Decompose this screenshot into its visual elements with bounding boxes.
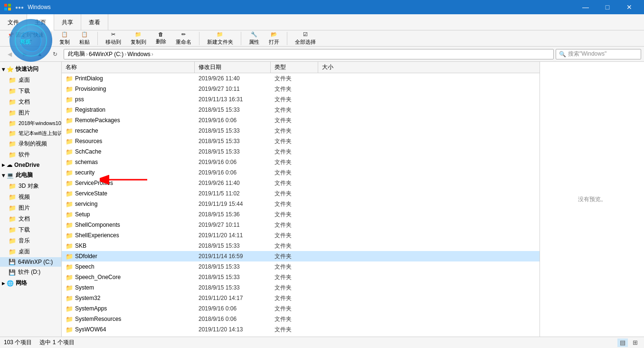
breadcrumb-this-pc[interactable]: 此电脑: [68, 50, 85, 58]
sidebar-quick-access-header[interactable]: ▾ ⭐ 快速访问: [0, 64, 61, 75]
file-name: ServiceState: [75, 190, 107, 197]
table-row[interactable]: 📁 SysWOW64 2019/11/20 14:13 文件夹: [62, 324, 540, 335]
select-all-button[interactable]: ☑全部选择: [291, 32, 320, 45]
sidebar-item-music[interactable]: 📁 音乐: [0, 235, 61, 246]
sidebar-item-pics2[interactable]: 📁 图片: [0, 203, 61, 213]
table-row[interactable]: 📁 ServiceState 2019/11/5 11:02 文件夹: [62, 188, 540, 199]
sidebar-item-downloads[interactable]: 📁 下载: [0, 86, 61, 97]
folder-icon: 📁: [9, 109, 16, 116]
file-name: SchCache: [75, 148, 101, 155]
file-name: SysWOW64: [75, 326, 106, 333]
sidebar-item-c-drive[interactable]: 💾 64WinXP (C:): [0, 257, 61, 267]
col-header-name[interactable]: 名称: [62, 62, 195, 73]
new-folder-button[interactable]: 📁新建文件夹: [203, 32, 237, 45]
file-name: Speech_OneCore: [75, 274, 121, 280]
sidebar-item-software[interactable]: 📁 软件: [0, 149, 61, 160]
open-button[interactable]: 📂打开: [265, 32, 283, 45]
folder-icon: 📁: [9, 215, 16, 222]
tab-share[interactable]: 共享: [54, 14, 81, 30]
table-row[interactable]: 📁 schemas 2019/9/16 0:06 文件夹: [62, 157, 540, 167]
table-row[interactable]: 📁 rescache 2018/9/15 15:33 文件夹: [62, 126, 540, 136]
folder-icon: 📁: [66, 337, 73, 337]
table-row[interactable]: 📁 System32 2019/11/20 14:17 文件夹: [62, 293, 540, 303]
up-button[interactable]: ▲: [33, 48, 47, 60]
col-header-size[interactable]: 大小: [318, 62, 356, 73]
table-row[interactable]: 📁 Registration 2018/9/15 15:33 文件夹: [62, 105, 540, 115]
delete-button[interactable]: 🗑删除: [152, 32, 170, 45]
minimize-button[interactable]: —: [575, 0, 597, 14]
drive-icon: 💾: [9, 259, 16, 265]
forward-button[interactable]: ▶: [18, 48, 31, 60]
table-row[interactable]: 📁 PrintDialog 2019/9/26 11:40 文件夹: [62, 73, 540, 84]
sidebar-item-recordings[interactable]: 📁 录制的视频: [0, 138, 61, 149]
table-row[interactable]: 📁 pss 2019/11/13 16:31 文件夹: [62, 94, 540, 105]
file-area: 名称 修改日期 类型 大小 📁 PrintDialog 2019/9/26 11…: [62, 62, 644, 337]
sidebar-item-documents[interactable]: 📁 文档: [0, 97, 61, 107]
rename-button[interactable]: ✏重命名: [172, 32, 195, 45]
table-row[interactable]: 📁 SystemApps 2019/9/16 0:06 文件夹: [62, 303, 540, 314]
table-row[interactable]: 📁 RemotePackages 2019/9/16 0:06 文件夹: [62, 115, 540, 126]
col-header-date[interactable]: 修改日期: [195, 62, 271, 73]
sidebar-item-pictures[interactable]: 📁 图片: [0, 107, 61, 118]
list-view-button[interactable]: ▤: [617, 338, 628, 347]
sidebar-item-wifi[interactable]: 📁 笔记本wifi连上知识: [0, 128, 61, 138]
file-name: rescache: [75, 127, 98, 134]
refresh-button[interactable]: ↻: [48, 48, 62, 60]
sidebar-item-2018win[interactable]: 📁 2018年windows10: [0, 118, 61, 128]
sidebar-item-dl2[interactable]: 📁 下载: [0, 224, 61, 235]
sidebar-network-header[interactable]: ▸ 🌐 网络: [0, 278, 61, 289]
table-row[interactable]: 📁 TAPI 2018/9/15 15:33 文件夹: [62, 335, 540, 337]
table-row[interactable]: 📁 SKB 2018/9/15 15:33 文件夹: [62, 241, 540, 251]
sidebar-onedrive-header[interactable]: ▸ ☁ OneDrive: [0, 160, 61, 170]
back-button[interactable]: ◀: [3, 48, 16, 60]
drive-icon: 💾: [9, 269, 16, 276]
table-row[interactable]: 📁 SchCache 2018/9/15 15:33 文件夹: [62, 146, 540, 157]
table-row[interactable]: 📁 Provisioning 2019/9/27 10:11 文件夹: [62, 84, 540, 94]
folder-icon: 📁: [66, 180, 73, 187]
maximize-button[interactable]: □: [597, 0, 618, 14]
folder-icon: 📁: [66, 211, 73, 218]
sidebar-item-desktop[interactable]: 📁 桌面: [0, 75, 61, 86]
tab-view[interactable]: 查看: [81, 14, 108, 30]
tab-file[interactable]: 文件: [0, 14, 27, 30]
sidebar-item-d-drive[interactable]: 💾 软件 (D:): [0, 267, 61, 278]
tab-home[interactable]: 主页: [27, 14, 54, 30]
col-header-type[interactable]: 类型: [271, 62, 318, 73]
table-row[interactable]: 📁 Setup 2018/9/15 15:36 文件夹: [62, 209, 540, 220]
folder-icon: 📁: [66, 159, 73, 166]
folder-icon: 📁: [9, 193, 16, 201]
sidebar-this-pc-header[interactable]: ▾ 💻 此电脑: [0, 170, 61, 181]
table-row[interactable]: 📁 SystemResources 2018/9/16 0:06 文件夹: [62, 314, 540, 324]
close-button[interactable]: ✕: [618, 0, 640, 14]
table-row[interactable]: 📁 security 2019/9/16 0:06 文件夹: [62, 167, 540, 178]
pin-quick-access-button[interactable]: 📌 固定到"快速访问": [4, 32, 47, 45]
breadcrumb-drive[interactable]: 64WinXP (C:): [89, 51, 123, 58]
copy-to-button[interactable]: 📁复制到: [127, 32, 150, 45]
table-row[interactable]: 📁 ServiceProfiles 2019/9/26 11:40 文件夹: [62, 178, 540, 188]
move-to-button[interactable]: ✂移动到: [102, 32, 125, 45]
folder-icon: 📁: [9, 204, 16, 212]
sidebar-item-docs2[interactable]: 📁 文档: [0, 213, 61, 224]
paste-button[interactable]: 📋粘贴: [76, 32, 94, 45]
sidebar-item-video[interactable]: 📁 视频: [0, 192, 61, 203]
folder-icon: 📁: [66, 263, 73, 271]
folder-icon: 📁: [9, 183, 16, 190]
copy-button[interactable]: 📋复制: [56, 32, 74, 45]
table-row[interactable]: 📁 SDfolder 2019/11/14 16:59 文件夹: [62, 251, 540, 261]
address-path[interactable]: 此电脑 › 64WinXP (C:) › Windows ›: [64, 49, 554, 59]
toolbar-buttons: 📌 固定到"快速访问" 📋复制 📋粘贴 ✂移动到 📁复制到 🗑删除 ✏重命名 📁…: [0, 30, 644, 46]
table-row[interactable]: 📁 ShellComponents 2019/9/27 10:11 文件夹: [62, 220, 540, 230]
search-box[interactable]: 🔍 搜索"Windows": [556, 49, 641, 59]
table-row[interactable]: 📁 Speech_OneCore 2018/9/15 15:33 文件夹: [62, 272, 540, 282]
table-row[interactable]: 📁 ShellExperiences 2019/11/20 14:11 文件夹: [62, 230, 540, 241]
details-view-button[interactable]: ⊞: [630, 338, 640, 347]
properties-button[interactable]: 🔧属性: [245, 32, 263, 45]
table-row[interactable]: 📁 servicing 2019/11/19 15:44 文件夹: [62, 199, 540, 209]
sidebar-item-3d[interactable]: 📁 3D 对象: [0, 181, 61, 192]
folder-icon: 📁: [66, 201, 73, 208]
table-row[interactable]: 📁 Resources 2018/9/15 15:33 文件夹: [62, 136, 540, 146]
table-row[interactable]: 📁 Speech 2018/9/15 15:33 文件夹: [62, 261, 540, 272]
table-row[interactable]: 📁 System 2018/9/15 15:33 文件夹: [62, 282, 540, 293]
breadcrumb-windows[interactable]: Windows: [127, 51, 151, 58]
sidebar-item-desktop2[interactable]: 📁 桌面: [0, 246, 61, 257]
